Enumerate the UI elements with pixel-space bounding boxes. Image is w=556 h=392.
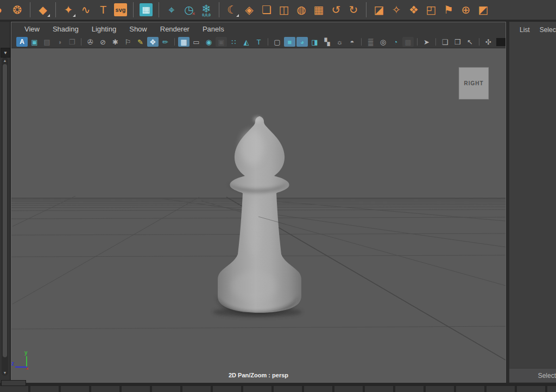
pan-zoom-hud: 2D Pan/Zoom : persp <box>11 372 506 378</box>
frame-selection-button[interactable]: ▣ <box>29 37 40 47</box>
shelf-cut-faces-icon[interactable]: ◩ <box>475 1 492 18</box>
use-all-lights-button[interactable]: ◨ <box>309 37 320 47</box>
layer-stack-button[interactable]: ❐ <box>66 37 78 47</box>
axis-x-label: x <box>26 366 29 371</box>
annotate-pencil-button[interactable]: ✏ <box>160 37 171 47</box>
menu-shading[interactable]: Shading <box>46 23 85 35</box>
shelf-wire-sphere-icon[interactable]: ⊕ <box>457 1 475 18</box>
shelf-mirror-icon[interactable]: ◫ <box>275 1 293 18</box>
textured-mode-button[interactable]: ◕ <box>296 37 308 47</box>
wireframe-mode-button[interactable]: ▢ <box>271 37 283 47</box>
resolution-gate-button[interactable]: ◉ <box>203 37 214 47</box>
shelf-subdivide-icon[interactable]: ✧ <box>388 1 405 18</box>
image-plane-front-button[interactable]: ❑ <box>439 37 451 47</box>
range-slider-handle[interactable] <box>1 380 26 386</box>
channel-box-menu-list[interactable]: List <box>515 24 535 35</box>
exposure-field[interactable] <box>496 38 506 46</box>
anti-aliasing-button[interactable]: ◔ <box>390 37 401 47</box>
shelf-delete-history-icon[interactable]: ◷ ✕ <box>180 1 198 18</box>
gate-mask-button[interactable]: ▣ <box>216 37 227 47</box>
toolbar-separator <box>361 38 362 46</box>
menu-lighting[interactable]: Lighting <box>85 23 123 35</box>
camera-attributes-button[interactable]: A <box>16 37 28 47</box>
shelf-combine-icon[interactable]: ❏ <box>258 1 275 18</box>
shelf-fill-hole-icon[interactable]: ▦ <box>310 1 327 18</box>
shelf-type-tool-icon[interactable]: T <box>94 1 112 18</box>
pan-zoom-button[interactable]: ✥ <box>147 37 159 47</box>
axis-y-label: y <box>24 350 28 356</box>
scrollbar-thumb[interactable] <box>3 64 7 357</box>
shelf-spin-edge-icon[interactable]: ↺ <box>327 1 345 18</box>
isolate-select-button[interactable]: ➤ <box>421 37 432 47</box>
motion-blur-button[interactable]: ◎ <box>377 37 389 47</box>
toolbar-separator <box>268 38 268 46</box>
shaded-mode-button[interactable]: ■ <box>284 37 295 47</box>
shelf-separator <box>55 2 56 17</box>
pop-out-button[interactable]: ↖ <box>464 37 476 47</box>
shelf-partial-icon[interactable]: ◗ <box>0 1 9 18</box>
shelf-target-weld-icon[interactable]: ◍ <box>293 1 310 18</box>
default-material-button[interactable]: ▚ <box>321 37 333 47</box>
shelf-separator <box>30 2 30 17</box>
viewport-3d[interactable]: y z x RIGHT 2D Pan/Zoom : persp <box>11 48 506 383</box>
shelf-bevel-icon[interactable]: ◪ <box>370 1 388 18</box>
perspective-view-panel: View Shading Lighting Show Renderer Pane… <box>11 22 506 383</box>
shelf-sphere-primitive-icon[interactable]: ❂ <box>9 1 26 18</box>
viewport-canvas: y z x <box>11 48 506 383</box>
channel-box-panel: List Selected Select <box>509 22 556 383</box>
safe-title-button[interactable]: T <box>253 37 264 47</box>
toolbar-separator <box>435 38 436 46</box>
shelf-multi-cut-icon[interactable]: ❖ <box>405 1 422 18</box>
panel-menubar: View Shading Lighting Show Renderer Pane… <box>11 22 506 36</box>
toolbar-separator <box>417 38 418 46</box>
shelf-separator <box>159 2 159 17</box>
scroll-down-icon[interactable]: ▼ <box>2 371 8 375</box>
menu-panels[interactable]: Panels <box>196 23 231 35</box>
shelf-sweep-mesh-icon[interactable]: ▦ <box>137 1 155 18</box>
right-image-plane[interactable]: RIGHT <box>459 67 489 99</box>
camera-settings-button[interactable]: ✱ <box>110 37 121 47</box>
shelf-helix-primitive-icon[interactable]: ∿ <box>77 1 94 18</box>
shelf-separator <box>366 2 367 17</box>
shelf-unfold-icon[interactable]: ◰ <box>422 1 440 18</box>
shelf-star-primitive-icon[interactable]: ✦ <box>60 1 77 18</box>
shelf-platonic-solid-icon[interactable]: ◆ <box>34 1 52 18</box>
select-camera-button[interactable]: ✇ <box>85 37 96 47</box>
scroll-up-icon[interactable]: ▲ <box>2 59 8 62</box>
shadows-toggle-button[interactable]: ◓ <box>346 37 358 47</box>
panel-toolbar: A ▣ ▤ ◑ ❐ ✇ ⊘ ✱ <box>11 36 506 48</box>
field-chart-button[interactable]: ∷ <box>228 37 239 47</box>
exposure-icon[interactable]: ✣ <box>483 37 494 47</box>
shelf-construction-plane-icon[interactable]: ⌖ <box>163 1 180 18</box>
film-gate-button[interactable]: ▭ <box>191 37 202 47</box>
time-slider[interactable] <box>0 386 556 392</box>
grid-toggle-button[interactable]: ▦ <box>178 37 189 47</box>
shelf-svg-tool-icon[interactable]: svg <box>112 1 129 18</box>
channel-box-menu-selected[interactable]: Selected <box>535 24 556 35</box>
shelf-separator <box>219 2 219 17</box>
menu-renderer[interactable]: Renderer <box>154 23 196 35</box>
display-layout-button[interactable]: ▤ <box>41 37 53 47</box>
shelf-smooth-mesh-icon[interactable]: ↻ <box>345 1 362 18</box>
shelf-reset-transform-icon[interactable]: ❄ 0,0,0 <box>198 1 215 18</box>
shelf-boolean-union-icon[interactable]: ☾ <box>223 1 241 18</box>
safe-action-button[interactable]: ◭ <box>241 37 252 47</box>
lock-camera-button[interactable]: ⊘ <box>97 37 109 47</box>
grease-pencil-button[interactable]: ✎ <box>135 37 146 47</box>
menu-view[interactable]: View <box>18 23 46 35</box>
menu-show[interactable]: Show <box>123 23 154 35</box>
toolbar-separator <box>81 38 81 46</box>
maya-window: ◗ ❂ ◆ ✦ <box>0 0 556 392</box>
image-plane-back-button[interactable]: ❒ <box>452 37 463 47</box>
poly-modeling-shelf: ◗ ❂ ◆ ✦ <box>0 0 556 20</box>
shelf-options-dropdown-button[interactable]: ▼ <box>1 48 10 58</box>
depth-peeling-button[interactable]: ▩ <box>402 37 414 47</box>
select-button[interactable]: Select <box>509 368 556 382</box>
shading-ball-button[interactable]: ◑ <box>54 37 65 47</box>
lights-toggle-button[interactable]: ☼ <box>334 37 345 47</box>
left-scrollbar[interactable]: ▲ ▼ <box>2 58 8 376</box>
bookmark-button[interactable]: ⚐ <box>122 37 134 47</box>
shelf-quad-draw-icon[interactable]: ⚑ <box>440 1 457 18</box>
shelf-boolean-difference-icon[interactable]: ◈ <box>241 1 258 18</box>
ambient-occlusion-button[interactable]: ▒ <box>365 37 376 47</box>
